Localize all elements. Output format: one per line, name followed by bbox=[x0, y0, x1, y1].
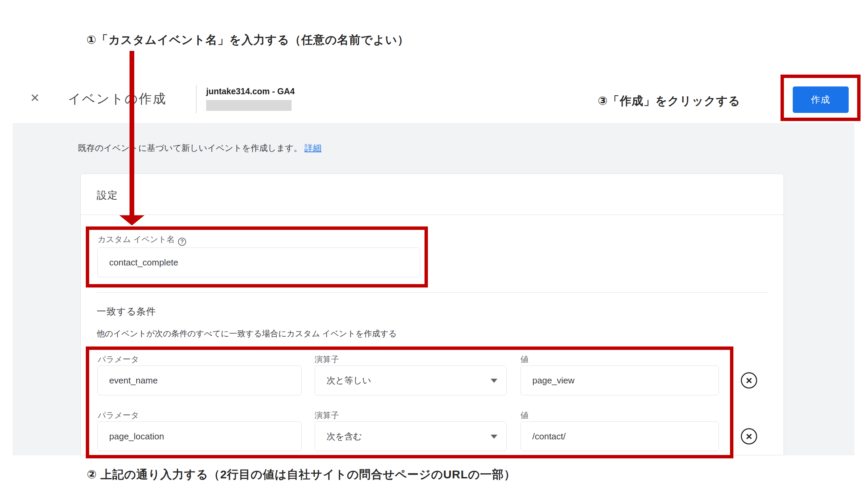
red-arrow-line bbox=[129, 51, 134, 216]
annotation-step1: ①「カスタムイベント名」を入力する（任意の名前でよい） bbox=[87, 32, 409, 48]
header-divider bbox=[196, 85, 197, 113]
intro-text-body: 既存のイベントに基づいて新しいイベントを作成します。 bbox=[78, 143, 302, 153]
card-header-divider bbox=[81, 215, 784, 215]
property-name: juntake314.com - GA4 bbox=[206, 87, 295, 96]
annotation-step2: ② 上記の通り入力する（2行目の値は自社サイトの問合せページのURLの一部） bbox=[87, 467, 516, 482]
annotation-step3: ③「作成」をクリックする bbox=[598, 93, 740, 109]
modal-title: イベントの作成 bbox=[68, 90, 167, 107]
red-highlight-conditions bbox=[86, 346, 733, 459]
red-highlight-event-name bbox=[86, 227, 428, 288]
row1-remove-condition-button[interactable]: × bbox=[741, 372, 757, 389]
row2-remove-condition-button[interactable]: × bbox=[741, 428, 757, 445]
conditions-subtitle: 他のイベントが次の条件のすべてに一致する場合にカスタム イベントを作成する bbox=[97, 328, 397, 339]
section-divider bbox=[97, 292, 768, 293]
intro-text: 既存のイベントに基づいて新しいイベントを作成します。 詳細 bbox=[78, 142, 322, 154]
red-arrow-head-icon bbox=[119, 215, 144, 226]
redacted-property-id bbox=[206, 100, 292, 111]
close-icon[interactable]: × bbox=[31, 90, 39, 105]
details-link[interactable]: 詳細 bbox=[305, 143, 322, 153]
red-highlight-create-button bbox=[780, 75, 861, 121]
conditions-title: 一致する条件 bbox=[97, 305, 156, 318]
card-section-title: 設定 bbox=[97, 188, 118, 202]
